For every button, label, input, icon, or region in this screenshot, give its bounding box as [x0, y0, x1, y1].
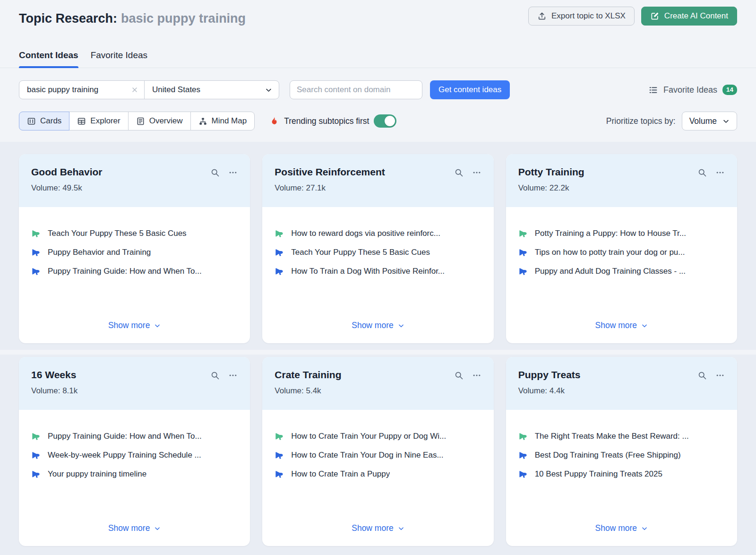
- show-more-label: Show more: [108, 321, 150, 330]
- megaphone-blue-icon: [31, 267, 41, 276]
- more-options-icon[interactable]: [715, 371, 725, 380]
- content-idea-title: Puppy Training Guide: How and When To...: [48, 267, 202, 276]
- content-idea[interactable]: How to Crate Train Your Puppy or Dog Wi.…: [275, 432, 481, 441]
- chevron-down-icon: [265, 87, 272, 94]
- content-idea-title: Tips on how to potty train your dog or p…: [535, 248, 685, 257]
- tab-favorite-ideas[interactable]: Favorite Ideas: [91, 50, 147, 68]
- chevron-down-icon: [154, 322, 161, 329]
- country-select[interactable]: United States: [144, 81, 279, 99]
- create-ai-content-button[interactable]: Create AI Content: [641, 7, 737, 26]
- more-options-icon[interactable]: [228, 371, 238, 380]
- content-idea[interactable]: Potty Training a Puppy: How to House Tr.…: [518, 229, 725, 238]
- more-options-icon[interactable]: [228, 168, 238, 177]
- content-idea[interactable]: How to Crate Train Your Dog in Nine Eas.…: [275, 451, 481, 460]
- show-more-button[interactable]: Show more: [349, 320, 407, 331]
- keyword-input[interactable]: [26, 85, 131, 95]
- clear-keyword-icon[interactable]: [131, 86, 138, 94]
- content-idea[interactable]: 10 Best Puppy Training Treats 2025: [518, 469, 725, 479]
- content-ideas-results: Good Behavior Volume: 49.5k Teach Your P…: [0, 142, 756, 555]
- trending-subtopics-toggle[interactable]: [374, 114, 396, 128]
- prioritize-topics-control: Prioritize topics by: Volume: [606, 112, 737, 130]
- topic-card: Positive Reinforcement Volume: 27.1k How…: [262, 154, 493, 343]
- keyword-country-control: United States: [19, 80, 279, 99]
- more-options-icon[interactable]: [715, 168, 725, 177]
- toggle-knob: [385, 116, 395, 126]
- view-mode-cards[interactable]: Cards: [19, 112, 69, 130]
- view-mode-overview[interactable]: Overview: [128, 112, 191, 130]
- content-idea[interactable]: Teach Your Puppy These 5 Basic Cues: [31, 229, 238, 238]
- topic-volume: Volume: 22.2k: [518, 183, 584, 193]
- overview-view-label: Overview: [149, 116, 183, 126]
- content-idea[interactable]: Teach Your Puppy These 5 Basic Cues: [275, 248, 481, 257]
- megaphone-blue-icon: [275, 248, 284, 257]
- topic-card-header: Puppy Treats Volume: 4.4k: [506, 357, 737, 410]
- more-options-icon[interactable]: [472, 168, 481, 177]
- show-more-button[interactable]: Show more: [105, 320, 164, 331]
- topic-volume: Volume: 4.4k: [518, 386, 581, 396]
- export-topic-button[interactable]: Export topic to XLSX: [528, 7, 635, 26]
- chevron-down-icon: [154, 525, 161, 532]
- create-ai-content-label: Create AI Content: [664, 11, 728, 21]
- keyword-field-wrap: [19, 81, 144, 99]
- megaphone-blue-icon: [31, 248, 41, 257]
- megaphone-blue-icon: [518, 469, 528, 479]
- topic-card-header: 16 Weeks Volume: 8.1k: [19, 357, 250, 410]
- topic-title: Good Behavior: [31, 166, 103, 178]
- topic-card-body: Puppy Training Guide: How and When To...…: [19, 410, 250, 546]
- show-more-button[interactable]: Show more: [105, 523, 164, 534]
- content-idea-title: Best Dog Training Treats (Free Shipping): [535, 451, 681, 460]
- content-idea[interactable]: Puppy and Adult Dog Training Classes - .…: [518, 267, 725, 276]
- tab-content-ideas[interactable]: Content Ideas: [19, 50, 78, 68]
- content-idea[interactable]: The Right Treats Make the Best Reward: .…: [518, 432, 725, 441]
- content-idea[interactable]: How to reward dogs via positive reinforc…: [275, 229, 481, 238]
- search-icon[interactable]: [697, 371, 707, 380]
- content-idea-title: How to Crate Train a Puppy: [291, 469, 390, 479]
- prioritize-topics-label: Prioritize topics by:: [606, 116, 676, 126]
- domain-search-input[interactable]: [290, 80, 422, 99]
- megaphone-green-icon: [31, 229, 41, 238]
- show-more-button[interactable]: Show more: [349, 523, 407, 534]
- content-idea[interactable]: Best Dog Training Treats (Free Shipping): [518, 451, 725, 460]
- content-idea-title: 10 Best Puppy Training Treats 2025: [535, 469, 662, 479]
- list-icon: [648, 85, 658, 95]
- content-idea[interactable]: Your puppy training timeline: [31, 469, 238, 479]
- megaphone-blue-icon: [275, 469, 284, 479]
- get-content-ideas-button[interactable]: Get content ideas: [430, 80, 510, 99]
- page-title: Topic Research:basic puppy training: [19, 10, 246, 26]
- view-mode-explorer[interactable]: Explorer: [69, 112, 128, 130]
- view-options-bar: Cards Explorer Overview Mind Map Trendin…: [0, 112, 756, 130]
- chevron-down-icon: [641, 525, 648, 532]
- prioritize-topics-select[interactable]: Volume: [682, 112, 737, 130]
- megaphone-blue-icon: [275, 267, 284, 276]
- content-idea[interactable]: Puppy Training Guide: How and When To...: [31, 267, 238, 276]
- megaphone-blue-icon: [31, 469, 41, 479]
- explorer-view-label: Explorer: [90, 116, 120, 126]
- content-idea-title: How to reward dogs via positive reinforc…: [291, 229, 440, 238]
- view-mode-mind-map[interactable]: Mind Map: [190, 112, 255, 130]
- more-options-icon[interactable]: [472, 371, 481, 380]
- show-more-button[interactable]: Show more: [593, 320, 651, 331]
- content-idea[interactable]: Puppy Training Guide: How and When To...: [31, 432, 238, 441]
- topic-card-header: Good Behavior Volume: 49.5k: [19, 154, 250, 207]
- content-idea-title: Puppy Training Guide: How and When To...: [48, 432, 202, 441]
- topic-card-body: How to reward dogs via positive reinforc…: [262, 207, 493, 343]
- search-icon[interactable]: [210, 168, 220, 177]
- content-idea[interactable]: Puppy Behavior and Training: [31, 248, 238, 257]
- content-idea[interactable]: How to Crate Train a Puppy: [275, 469, 481, 479]
- content-idea[interactable]: How To Train a Dog With Positive Reinfor…: [275, 267, 481, 276]
- search-icon[interactable]: [697, 168, 707, 177]
- megaphone-blue-icon: [275, 451, 284, 460]
- search-icon[interactable]: [454, 371, 464, 380]
- favorite-ideas-link[interactable]: Favorite Ideas 14: [648, 85, 737, 95]
- search-icon[interactable]: [454, 168, 464, 177]
- megaphone-green-icon: [518, 229, 528, 238]
- show-more-button[interactable]: Show more: [593, 523, 651, 534]
- show-more-label: Show more: [352, 523, 394, 533]
- content-idea[interactable]: Tips on how to potty train your dog or p…: [518, 248, 725, 257]
- topic-card: Potty Training Volume: 22.2k Potty Train…: [506, 154, 737, 343]
- edit-square-icon: [650, 11, 660, 21]
- content-idea[interactable]: Week-by-week Puppy Training Schedule ...: [31, 451, 238, 460]
- cards-row-1: Good Behavior Volume: 49.5k Teach Your P…: [0, 142, 756, 350]
- megaphone-blue-icon: [31, 451, 41, 460]
- search-icon[interactable]: [210, 371, 220, 380]
